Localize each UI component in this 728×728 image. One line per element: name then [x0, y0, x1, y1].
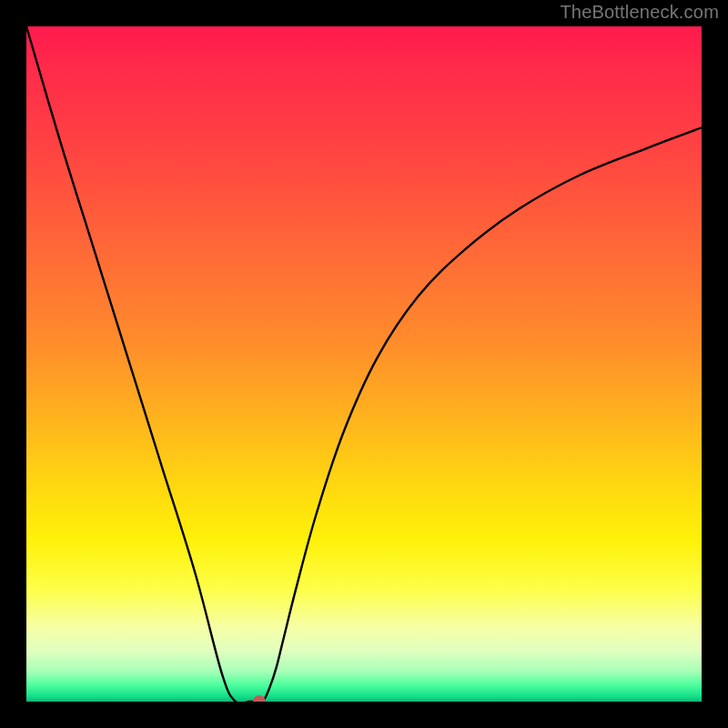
watermark-text: TheBottleneck.com: [560, 2, 719, 23]
minimum-marker: [253, 695, 266, 702]
plot-area: [26, 26, 702, 702]
curve-svg: [26, 26, 702, 702]
chart-frame: TheBottleneck.com: [0, 0, 728, 728]
bottleneck-curve: [26, 26, 702, 702]
